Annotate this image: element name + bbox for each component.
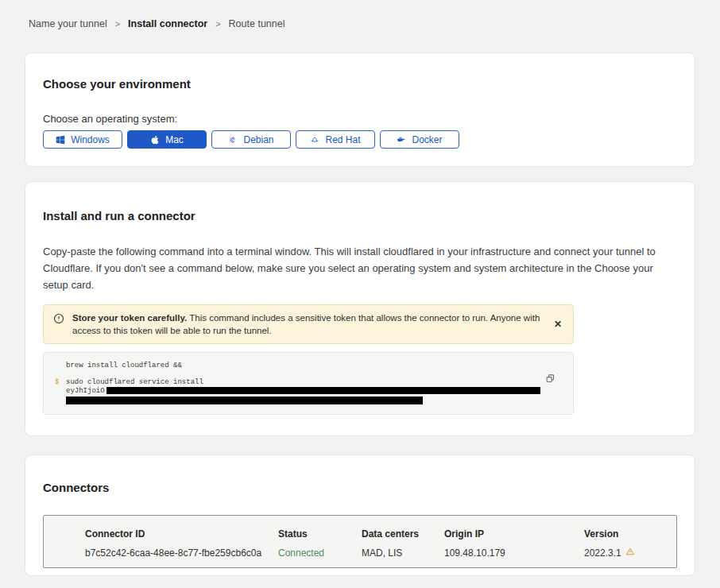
status-badge: Connected <box>278 547 362 559</box>
token-warning-text: Store your token carefully. This command… <box>72 311 544 337</box>
environment-card-title: Choose your environment <box>43 77 677 91</box>
debian-icon <box>228 135 238 145</box>
version-value: 2022.3.1 <box>584 547 676 559</box>
connector-id-value: b7c52c42-6caa-48ee-8c77-fbe259cb6c0a <box>85 547 278 559</box>
copy-icon[interactable] <box>545 373 555 386</box>
close-icon[interactable]: ✕ <box>552 318 563 331</box>
os-button-group: Windows Mac Debian Red Hat Docker <box>43 130 677 149</box>
os-button-label: Debian <box>243 134 273 145</box>
os-button-windows[interactable]: Windows <box>43 130 122 149</box>
col-connector-id: Connector ID <box>85 528 278 540</box>
col-version: Version <box>584 528 676 540</box>
os-button-redhat[interactable]: Red Hat <box>296 130 375 149</box>
redacted-token-bar <box>66 397 423 404</box>
os-button-mac[interactable]: Mac <box>127 130 207 149</box>
os-button-label: Mac <box>165 134 184 145</box>
shell-prompt: $ <box>55 378 66 387</box>
install-description: Copy-paste the following command into a … <box>43 243 677 293</box>
code-line-sudo: $ sudo cloudflared service install <box>55 378 562 387</box>
col-data-centers: Data centers <box>362 528 444 540</box>
code-line-token-2 <box>55 396 562 404</box>
data-centers-value: MAD, LIS <box>362 547 444 559</box>
docker-icon <box>397 135 406 145</box>
origin-ip-value: 109.48.10.179 <box>444 547 584 559</box>
code-line-token: eyJhIjoiO <box>55 387 562 396</box>
col-origin-ip: Origin IP <box>444 528 584 540</box>
redhat-icon <box>310 135 319 145</box>
warning-triangle-icon <box>625 547 635 559</box>
table-row: b7c52c42-6caa-48ee-8c77-fbe259cb6c0a Con… <box>85 547 676 559</box>
environment-card: Choose your environment Choose an operat… <box>25 52 695 167</box>
connectors-card-title: Connectors <box>43 481 677 494</box>
windows-icon <box>56 135 65 145</box>
install-command-codeblock[interactable]: brew install cloudflared && $ sudo cloud… <box>43 352 574 415</box>
breadcrumb-step-install-connector[interactable]: Install connector <box>128 18 207 29</box>
os-button-label: Docker <box>412 134 442 145</box>
os-select-label: Choose an operating system: <box>43 113 677 125</box>
connectors-card: Connectors Connector ID Status Data cent… <box>25 455 695 576</box>
breadcrumb-step-route-tunnel[interactable]: Route tunnel <box>229 18 285 29</box>
os-button-label: Red Hat <box>325 134 360 145</box>
breadcrumb-separator: > <box>215 19 220 29</box>
info-circle-icon <box>53 313 64 327</box>
apple-icon <box>150 135 160 145</box>
token-warning-banner: Store your token carefully. This command… <box>43 304 574 344</box>
breadcrumb: Name your tunnel > Install connector > R… <box>0 0 720 29</box>
breadcrumb-separator: > <box>115 19 120 29</box>
code-line-brew: brew install cloudflared && <box>55 362 562 370</box>
os-button-debian[interactable]: Debian <box>211 130 291 149</box>
os-button-label: Windows <box>71 134 110 145</box>
token-warning-bold: Store your token carefully. <box>72 313 187 323</box>
redacted-token-bar <box>106 387 540 394</box>
breadcrumb-step-name-tunnel[interactable]: Name your tunnel <box>29 18 107 29</box>
install-connector-card: Install and run a connector Copy-paste t… <box>25 181 695 436</box>
connectors-table: Connector ID Status Data centers Origin … <box>43 515 677 568</box>
token-prefix: eyJhIjoiO <box>66 387 105 395</box>
col-status: Status <box>278 528 362 540</box>
install-card-title: Install and run a connector <box>43 209 677 222</box>
os-button-docker[interactable]: Docker <box>380 130 459 149</box>
connectors-table-header: Connector ID Status Data centers Origin … <box>85 528 676 540</box>
